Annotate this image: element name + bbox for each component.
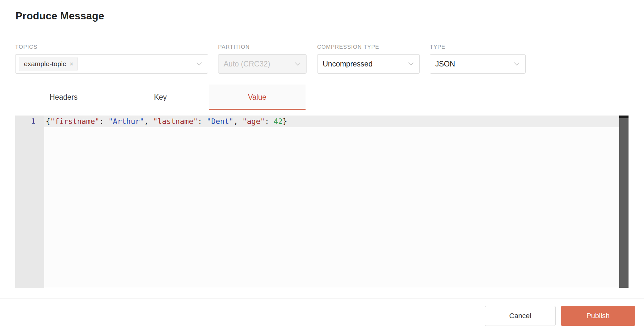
type-select[interactable]: JSON bbox=[430, 54, 526, 74]
code-token: : bbox=[198, 117, 207, 126]
remove-topic-icon[interactable]: × bbox=[70, 61, 74, 67]
produce-message-dialog: Produce Message TOPICS example-topic × P… bbox=[0, 0, 644, 333]
form-row: TOPICS example-topic × PARTITION Auto (C… bbox=[0, 32, 644, 74]
topic-tag: example-topic × bbox=[19, 57, 78, 71]
field-partition: PARTITION Auto (CRC32) bbox=[218, 44, 307, 74]
editor-scrollbar[interactable] bbox=[619, 116, 629, 288]
topic-tag-label: example-topic bbox=[24, 60, 66, 68]
editor-code-area[interactable]: {"firstname": "Arthur", "lastname": "Den… bbox=[44, 116, 619, 288]
chevron-down-icon bbox=[514, 62, 519, 66]
code-token: "age" bbox=[242, 117, 265, 126]
code-line[interactable]: {"firstname": "Arthur", "lastname": "Den… bbox=[44, 116, 619, 127]
publish-button[interactable]: Publish bbox=[561, 306, 635, 326]
dialog-footer: Cancel Publish bbox=[0, 299, 644, 326]
field-compression-type: COMPRESSION TYPE Uncompressed bbox=[317, 44, 420, 74]
compression-type-label: COMPRESSION TYPE bbox=[317, 44, 420, 50]
line-number: 1 bbox=[15, 116, 35, 127]
chevron-down-icon bbox=[408, 62, 414, 66]
type-label: TYPE bbox=[430, 44, 526, 50]
value-code-editor[interactable]: 1 {"firstname": "Arthur", "lastname": "D… bbox=[15, 116, 629, 288]
editor-gutter: 1 bbox=[15, 116, 44, 288]
message-part-tabs: Headers Key Value bbox=[15, 85, 629, 110]
cancel-button[interactable]: Cancel bbox=[485, 306, 556, 326]
code-token: "Arthur" bbox=[108, 117, 144, 126]
code-token: : bbox=[99, 117, 108, 126]
chevron-down-icon bbox=[295, 62, 300, 66]
partition-select: Auto (CRC32) bbox=[218, 54, 307, 74]
code-token: } bbox=[283, 117, 287, 126]
type-value: JSON bbox=[435, 60, 455, 68]
code-token: , bbox=[144, 117, 153, 126]
chevron-down-icon bbox=[196, 62, 202, 66]
code-token: , bbox=[234, 117, 243, 126]
topics-label: TOPICS bbox=[15, 44, 208, 50]
code-token: "Dent" bbox=[207, 117, 234, 126]
tab-headers[interactable]: Headers bbox=[15, 85, 112, 110]
field-topics: TOPICS example-topic × bbox=[15, 44, 208, 74]
compression-type-select[interactable]: Uncompressed bbox=[317, 54, 420, 74]
tab-value[interactable]: Value bbox=[209, 85, 306, 110]
page-title: Produce Message bbox=[15, 10, 104, 22]
partition-value: Auto (CRC32) bbox=[224, 60, 270, 68]
field-type: TYPE JSON bbox=[430, 44, 526, 74]
scrollbar-thumb[interactable] bbox=[619, 116, 629, 118]
code-token: 42 bbox=[274, 117, 283, 126]
topics-select[interactable]: example-topic × bbox=[15, 54, 208, 74]
tab-key[interactable]: Key bbox=[112, 85, 209, 110]
partition-label: PARTITION bbox=[218, 44, 307, 50]
compression-type-value: Uncompressed bbox=[323, 60, 373, 68]
code-token: "lastname" bbox=[153, 117, 197, 126]
code-token: : bbox=[265, 117, 274, 126]
code-token: { bbox=[46, 117, 50, 126]
dialog-header: Produce Message bbox=[0, 0, 644, 32]
code-token: "firstname" bbox=[50, 117, 99, 126]
